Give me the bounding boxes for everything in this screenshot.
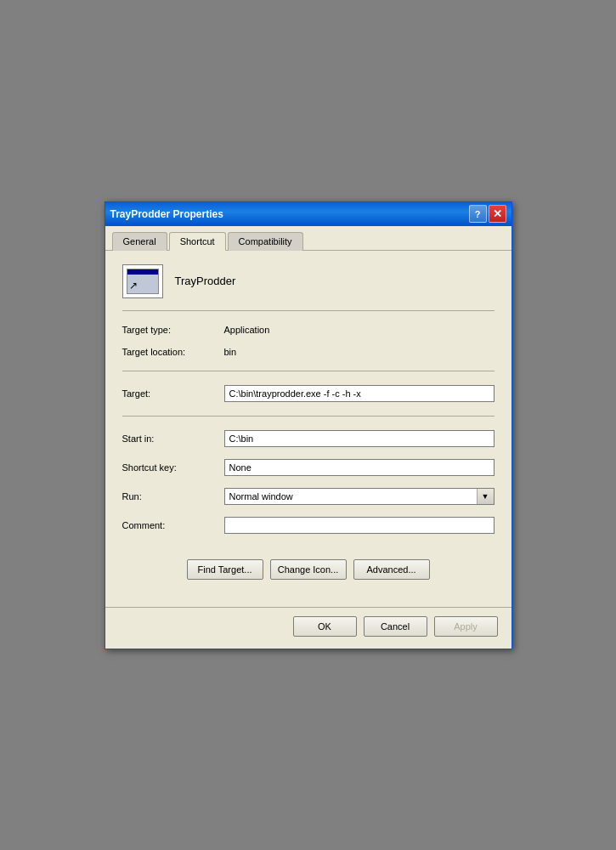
target-location-value: bin — [224, 347, 494, 357]
app-name: TrayProdder — [175, 275, 236, 287]
target-label: Target: — [122, 388, 224, 399]
divider-1 — [122, 371, 494, 371]
app-icon-titlebar — [127, 269, 158, 275]
help-button[interactable]: ? — [469, 205, 487, 223]
tab-compatibility[interactable]: Compatibility — [228, 232, 303, 251]
tab-content: ↗ TrayProdder Target type: Application T… — [105, 251, 511, 593]
title-bar-controls: ? ✕ — [469, 205, 506, 223]
target-field-container — [224, 385, 494, 402]
tab-shortcut[interactable]: Shortcut — [169, 232, 226, 251]
advanced-button[interactable]: Advanced... — [353, 559, 430, 580]
comment-label: Comment: — [122, 520, 224, 530]
shortcut-key-input[interactable] — [224, 459, 494, 476]
run-select-container[interactable]: Normal window ▼ — [224, 488, 494, 505]
title-bar: TrayProdder Properties ? ✕ — [105, 202, 511, 226]
app-icon: ↗ — [122, 264, 163, 298]
comment-input[interactable] — [224, 517, 494, 534]
target-type-label: Target type: — [122, 325, 224, 335]
run-label: Run: — [122, 491, 224, 502]
bottom-bar: OK Cancel Apply — [105, 607, 511, 649]
target-input[interactable] — [224, 385, 494, 402]
find-target-button[interactable]: Find Target... — [187, 559, 263, 580]
start-in-input[interactable] — [224, 430, 494, 447]
target-type-value: Application — [224, 325, 494, 335]
action-buttons: Find Target... Change Icon... Advanced..… — [122, 551, 494, 580]
tab-general[interactable]: General — [112, 232, 167, 251]
run-dropdown-arrow[interactable]: ▼ — [477, 489, 494, 504]
app-header: ↗ TrayProdder — [122, 264, 494, 311]
form-grid: Target type: Application Target location… — [122, 325, 494, 534]
tab-bar: General Shortcut Compatibility — [105, 226, 511, 251]
app-icon-inner: ↗ — [127, 269, 159, 294]
target-location-label: Target location: — [122, 347, 224, 357]
shortcut-key-label: Shortcut key: — [122, 462, 224, 473]
divider-2 — [122, 416, 494, 416]
app-icon-arrow: ↗ — [129, 280, 138, 292]
close-button[interactable]: ✕ — [489, 205, 506, 223]
window-title: TrayProdder Properties — [110, 208, 223, 220]
start-in-label: Start in: — [122, 434, 224, 444]
change-icon-button[interactable]: Change Icon... — [270, 559, 347, 580]
run-select-text: Normal window — [225, 489, 477, 504]
ok-button[interactable]: OK — [293, 616, 357, 637]
apply-button[interactable]: Apply — [434, 616, 498, 637]
properties-window: TrayProdder Properties ? ✕ General Short… — [105, 201, 512, 649]
cancel-button[interactable]: Cancel — [364, 616, 427, 637]
